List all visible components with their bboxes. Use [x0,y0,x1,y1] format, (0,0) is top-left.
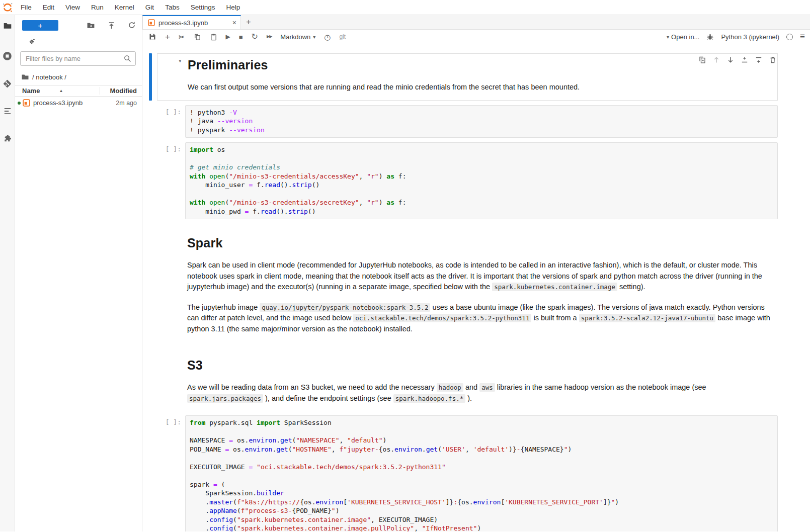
cell-prompt: [ ]: [157,142,185,219]
menu-view[interactable]: View [60,4,86,11]
inline-code: hadoop [437,383,463,392]
new-launcher-button[interactable]: + [22,20,58,31]
activity-bar [0,15,15,531]
column-header-name[interactable]: Name ▲ [15,87,100,95]
notebook-area: ▾PreliminariesWe can first output some v… [142,44,810,531]
breadcrumb-path[interactable]: / notebook / [32,73,66,81]
code-cell[interactable]: [ ]:from pyspark.sql import SparkSession… [149,415,778,531]
kernel-status-icon[interactable] [786,34,793,40]
close-icon[interactable]: × [232,19,236,27]
markdown-cell[interactable]: ▾PreliminariesWe can first output some v… [149,53,778,101]
markdown-rendered: S3As we will be reading data from an S3 … [185,346,778,411]
menu-edit[interactable]: Edit [37,4,60,11]
open-in-dropdown[interactable]: ▾ Open in... [667,33,699,41]
restart-run-all-icon[interactable]: ▶▶ [267,35,272,39]
inline-code: spark.jars.packages [187,394,263,403]
inline-code: spark.kubernetes.container.image [492,283,617,291]
markdown-rendered: PreliminariesWe can first output some ve… [186,54,777,100]
notebook-toolbar: + ✂ ▶ ■ ↻ ▶▶ Markdown ▾ ◷ git ▾ Open in.… [142,30,810,44]
upload-icon[interactable] [107,21,116,30]
markdown-heading: Spark [187,236,776,250]
collapse-icon[interactable]: ▾ [178,58,182,64]
notebook-file-icon [23,99,30,107]
menu-help[interactable]: Help [220,4,246,11]
git-tag-icon[interactable] [28,38,36,46]
file-modified: 2m ago [100,100,142,107]
menu-run[interactable]: Run [86,4,109,11]
cell-prompt: ▾ [157,54,186,100]
tab-bar: process-s3.ipynb × + [142,15,810,30]
filter-box [20,51,136,66]
menubar-items: FileEditViewRunKernelGitTabsSettingsHelp [15,4,246,11]
menu-kernel[interactable]: Kernel [109,4,140,11]
markdown-cell[interactable]: SparkSpark can be used in client mode (r… [149,224,778,341]
duplicate-cell-icon[interactable] [698,55,706,64]
file-name[interactable]: process-s3.ipynb [33,99,100,107]
code-cell[interactable]: [ ]:! python3 -V! java --version! pyspar… [149,105,778,138]
cell-prompt [157,224,185,341]
code-editor[interactable]: ! python3 -V! java --version! pyspark --… [185,105,778,138]
inline-code: oci.stackable.tech/demos/spark:3.5.2-pyt… [353,314,531,322]
inline-code: spark:3.5.2-scala2.12-java17-ubuntu [579,314,715,322]
copy-icon[interactable] [194,33,201,41]
inline-code: quay.io/jupyter/pyspark-notebook:spark-3… [260,303,430,312]
history-icon[interactable]: ◷ [324,33,331,41]
restart-kernel-icon[interactable]: ↻ [252,33,258,41]
cell-toolbar [698,55,777,64]
breadcrumb[interactable]: / notebook / [15,70,142,85]
insert-above-icon[interactable] [740,55,749,64]
add-cell-icon[interactable]: + [165,33,170,41]
code-cell[interactable]: [ ]:import os # get minio credentialswit… [149,142,778,219]
move-up-icon[interactable] [712,55,720,64]
selected-cell-indicator [149,53,152,101]
tab-label: process-s3.ipynb [158,19,229,27]
inline-code: aws [479,383,495,392]
insert-below-icon[interactable] [754,55,763,64]
code-editor[interactable]: from pyspark.sql import SparkSession NAM… [185,415,778,531]
file-listing-header: Name ▲ Modified [15,85,142,97]
menu-tabs[interactable]: Tabs [159,4,185,11]
file-browser-toolbar: + [15,15,142,35]
menu-git[interactable]: Git [140,4,159,11]
extensions-icon[interactable] [3,134,12,143]
chevron-down-icon: ▾ [313,34,315,40]
menu-file[interactable]: File [15,4,37,11]
new-tab-button[interactable]: + [241,15,256,29]
file-browser-icon[interactable] [3,21,12,30]
column-header-modified[interactable]: Modified [100,87,142,95]
stop-icon[interactable]: ■ [239,34,243,40]
chevron-down-icon: ▾ [667,34,669,40]
markdown-paragraph: The jupyterhub image quay.io/jupyter/pys… [187,302,776,335]
cut-icon[interactable]: ✂ [179,33,185,41]
markdown-paragraph: We can first output some versions that a… [188,82,775,93]
run-icon[interactable]: ▶ [226,34,230,40]
table-of-contents-icon[interactable] [3,107,12,116]
paste-icon[interactable] [210,33,217,41]
markdown-paragraph: As we will be reading data from an S3 bu… [187,382,776,404]
markdown-heading: S3 [187,358,776,373]
cell-type-dropdown[interactable]: Markdown ▾ [280,33,315,41]
refresh-icon[interactable] [128,21,136,29]
git-icon[interactable] [3,79,12,88]
markdown-heading: Preliminaries [188,58,775,72]
filter-files-input[interactable] [20,51,136,66]
git-toolbar-label: git [339,33,346,40]
home-folder-icon[interactable] [21,73,29,81]
markdown-cell[interactable]: S3As we will be reading data from an S3 … [149,346,778,411]
file-row[interactable]: process-s3.ipynb 2m ago [15,97,142,109]
move-down-icon[interactable] [726,55,735,64]
menu-settings[interactable]: Settings [185,4,221,11]
running-kernel-dot [18,102,21,105]
new-folder-icon[interactable] [87,21,95,30]
running-kernels-icon[interactable] [3,51,12,61]
file-browser-panel: + [15,15,142,531]
kernel-name[interactable]: Python 3 (ipykernel) [721,33,779,41]
debugger-bug-icon[interactable] [706,33,714,41]
code-editor[interactable]: import os # get minio credentialswith op… [185,142,778,219]
tab-process-s3[interactable]: process-s3.ipynb × [142,15,241,29]
sort-asc-icon: ▲ [59,88,63,93]
markdown-rendered: SparkSpark can be used in client mode (r… [185,224,778,341]
hamburger-menu-icon[interactable]: ≡ [800,32,805,42]
save-icon[interactable] [148,33,156,41]
delete-cell-icon[interactable] [768,55,777,64]
